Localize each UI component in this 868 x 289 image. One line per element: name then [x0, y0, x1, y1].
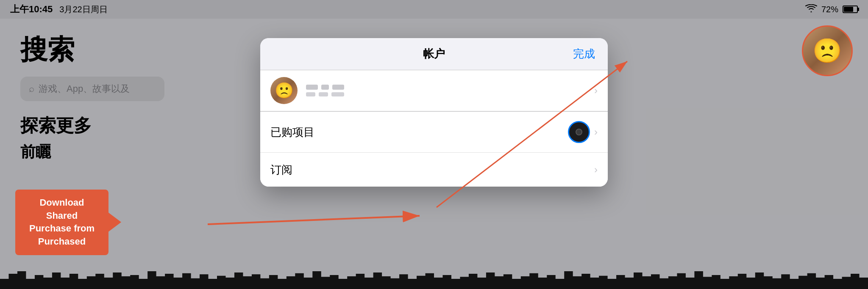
account-name — [306, 85, 594, 90]
name-block-2 — [321, 85, 329, 90]
modal-title: 帐户 — [423, 47, 445, 61]
purchased-row-chevron: › — [594, 126, 598, 138]
subscriptions-label: 订阅 — [270, 162, 594, 177]
subscriptions-row-chevron: › — [594, 164, 598, 176]
name-block-1 — [306, 85, 318, 90]
account-modal: 帐户 完成 🙁 › 已购项目 — [260, 38, 608, 187]
purchased-row[interactable]: 已购项目 › — [260, 112, 608, 153]
subscriptions-row[interactable]: 订阅 › — [260, 153, 608, 187]
annotation-arrow-container: Download Shared Purchase from Purchased — [15, 190, 108, 255]
avatar: 🙁 — [270, 77, 298, 104]
profile-circle-avatar[interactable]: 🙁 — [802, 25, 853, 76]
modal-done-button[interactable]: 完成 — [573, 47, 595, 61]
sub-block-2 — [319, 92, 328, 96]
avatar-image: 🙁 — [275, 82, 294, 99]
purchased-label: 已购项目 — [270, 125, 568, 140]
account-row-chevron: › — [594, 85, 598, 96]
profile-circle-image: 🙁 — [812, 37, 842, 65]
sub-block-1 — [306, 92, 315, 96]
download-indicator — [568, 121, 590, 143]
purchased-icon-area — [568, 121, 590, 143]
account-row[interactable]: 🙁 › — [260, 70, 608, 111]
account-info — [306, 85, 594, 96]
account-email — [306, 92, 594, 96]
annotation-label: Download Shared Purchase from Purchased — [15, 190, 108, 255]
download-circle-inner — [576, 129, 582, 135]
sub-block-3 — [331, 92, 344, 96]
name-block-3 — [332, 85, 344, 90]
modal-header: 帐户 完成 — [260, 38, 608, 70]
